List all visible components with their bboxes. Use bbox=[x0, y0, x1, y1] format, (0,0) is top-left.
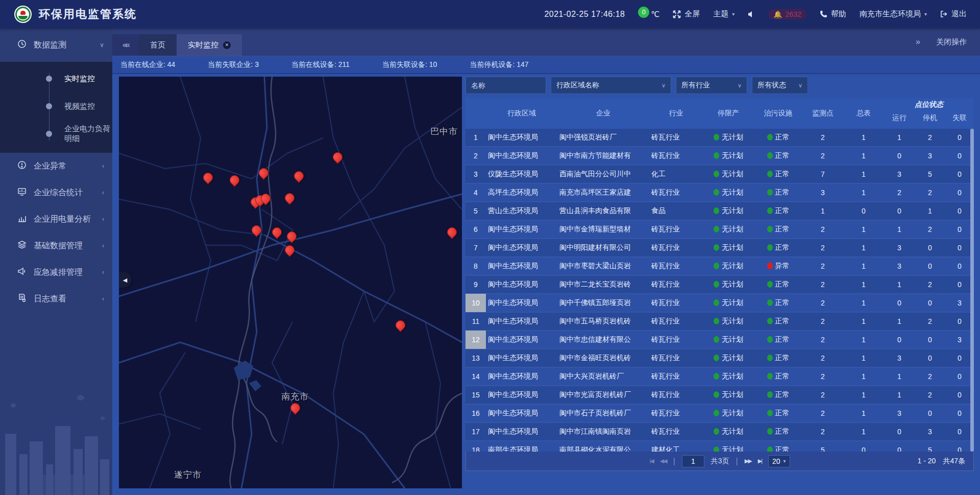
sidebar-subitem[interactable]: 企业电力负荷明细 bbox=[0, 120, 112, 148]
layers-icon bbox=[17, 240, 27, 251]
bar-chart-icon bbox=[17, 214, 27, 225]
tabs-scroll-left-button[interactable]: «« bbox=[112, 34, 139, 56]
status-dot-green bbox=[714, 410, 719, 416]
table-row[interactable]: 4高坪生态环境局南充市高坪区王家店建砖瓦行业无计划正常31220 bbox=[465, 184, 974, 202]
table-row[interactable]: 14阆中生态环境局阆中大兴页岩机砖厂砖瓦行业无计划正常21120 bbox=[465, 368, 974, 386]
table-row[interactable]: 1阆中生态环境局阆中强锐页岩砖厂砖瓦行业无计划正常21120 bbox=[465, 129, 974, 147]
map-panel[interactable]: 巴中市南充市遂宁市 ◀ bbox=[119, 77, 462, 488]
cell-industry: 食品 bbox=[649, 206, 703, 216]
table-row[interactable]: 15阆中生态环境局阆中市光富页岩机砖厂砖瓦行业无计划正常21120 bbox=[465, 386, 974, 405]
status-filter-select[interactable]: 所有状态∨ bbox=[752, 77, 808, 94]
table-row[interactable]: 16阆中生态环境局阆中市石子页岩机砖厂砖瓦行业无计划正常21300 bbox=[465, 405, 974, 423]
sidebar-item-4[interactable]: 基础数据管理‹ bbox=[0, 232, 112, 259]
user-dropdown[interactable]: 南充市生态环境局▾ bbox=[860, 9, 927, 19]
cell-monitor-count: 2 bbox=[802, 152, 843, 160]
table-row[interactable]: 6阆中生态环境局阆中市金博瑞新型墙材砖瓦行业无计划正常21120 bbox=[465, 221, 974, 239]
theme-dropdown[interactable]: 主题▾ bbox=[713, 9, 734, 19]
first-page-button[interactable]: |◀ bbox=[649, 458, 653, 464]
table-row[interactable]: 2阆中生态环境局阆中市南方节能建材有砖瓦行业无计划正常21030 bbox=[465, 147, 974, 166]
mute-button[interactable] bbox=[748, 11, 755, 18]
table-row[interactable]: 12阆中生态环境局阆中市忠信建材有限公砖瓦行业无计划正常21003 bbox=[465, 331, 974, 349]
cell-index: 2 bbox=[465, 147, 486, 165]
prev-page-button[interactable]: ◀◀ bbox=[660, 458, 667, 464]
fullscreen-button[interactable]: 全屏 bbox=[673, 9, 700, 19]
cell-limit-status: 无计划 bbox=[703, 262, 754, 271]
cell-limit-status: 无计划 bbox=[703, 206, 754, 216]
logout-button[interactable]: 退出 bbox=[940, 9, 967, 19]
cell-index: 17 bbox=[465, 422, 486, 441]
cell-industry: 建材化工 bbox=[649, 445, 703, 452]
sidebar-item-0[interactable]: 数据监测∨ bbox=[0, 28, 112, 62]
stats-monitor-icon bbox=[17, 187, 27, 198]
close-icon[interactable]: ✕ bbox=[223, 41, 231, 49]
sidebar-subitem[interactable]: 实时监控 bbox=[0, 65, 112, 92]
tabs-scroll-right-button[interactable]: » bbox=[916, 37, 919, 46]
cell-run-count: 3 bbox=[884, 244, 915, 252]
region-filter-select[interactable]: 行政区域名称∨ bbox=[551, 77, 671, 94]
cell-facility-status: 正常 bbox=[754, 335, 802, 344]
cell-limit-status: 无计划 bbox=[703, 372, 754, 381]
next-page-button[interactable]: ▶▶ bbox=[745, 458, 751, 464]
cell-facility-status: 正常 bbox=[754, 206, 802, 216]
table-row[interactable]: 10阆中生态环境局阆中千佛镇五郎垭页岩砖瓦行业无计划正常21003 bbox=[465, 294, 974, 313]
status-dot-green bbox=[714, 244, 719, 251]
page-size-select[interactable]: 20▾ bbox=[768, 455, 790, 467]
tab-realtime-monitor[interactable]: 实时监控 ✕ bbox=[177, 34, 242, 56]
page-number-input[interactable]: 1 bbox=[682, 455, 704, 467]
chevron-left-icon: ‹ bbox=[102, 269, 104, 276]
status-dot bbox=[767, 446, 773, 452]
status-dot-green bbox=[714, 134, 719, 140]
cell-region: 阆中生态环境局 bbox=[486, 390, 557, 399]
cell-monitor-count: 5 bbox=[802, 446, 843, 452]
logout-icon bbox=[940, 10, 948, 18]
cell-run-count: 1 bbox=[884, 317, 915, 325]
table-row[interactable]: 5营山生态环境局营山县润丰肉食品有限食品无计划正常10010 bbox=[465, 202, 974, 221]
table-row[interactable]: 9阆中生态环境局阆中市二龙长宝页岩砖砖瓦行业无计划正常21120 bbox=[465, 276, 974, 294]
sidebar-item-1[interactable]: 企业异常‹ bbox=[0, 153, 112, 179]
cell-region: 阆中生态环境局 bbox=[486, 298, 557, 308]
cell-company: 阆中市金博瑞新型墙材 bbox=[557, 225, 649, 234]
name-filter-input[interactable] bbox=[465, 77, 546, 94]
divider: | bbox=[673, 457, 675, 466]
cell-region: 阆中生态环境局 bbox=[486, 427, 557, 436]
sidebar-subitem[interactable]: 视频监控 bbox=[0, 92, 112, 120]
total-count-label: 共47条 bbox=[943, 457, 965, 466]
table-header: 行政区域 企业 行业 停限产 治污设施 监测点 总表 点位状态 运行 停机 bbox=[465, 98, 974, 129]
industry-filter-select[interactable]: 所有行业∨ bbox=[676, 77, 747, 94]
cell-industry: 砖瓦行业 bbox=[649, 188, 703, 197]
tab-home[interactable]: 首页 bbox=[139, 34, 177, 56]
table-row[interactable]: 11阆中生态环境局阆中市五马桥页岩机砖砖瓦行业无计划正常21120 bbox=[465, 313, 974, 331]
notification-badge[interactable]: 🔔 2632 bbox=[768, 9, 806, 19]
cell-index: 18 bbox=[465, 441, 486, 452]
map-city-label: 南充市 bbox=[281, 391, 309, 403]
table-row[interactable]: 3仪陇生态环境局西南油气田分公司川中化工无计划正常71350 bbox=[465, 166, 974, 184]
sidebar-item-5[interactable]: 应急减排管理‹ bbox=[0, 259, 112, 286]
cell-limit-status: 无计划 bbox=[703, 133, 754, 142]
cell-facility-status: 正常 bbox=[754, 317, 802, 326]
cell-facility-status: 正常 bbox=[754, 372, 802, 381]
cell-lost-count: 0 bbox=[945, 354, 974, 362]
table-row[interactable]: 7阆中生态环境局阆中明阳建材有限公司砖瓦行业无计划正常21300 bbox=[465, 239, 974, 257]
sidebar-item-3[interactable]: 企业用电量分析‹ bbox=[0, 206, 112, 232]
cell-stop-count: 2 bbox=[915, 317, 945, 325]
sidebar-item-2[interactable]: 企业综合统计‹ bbox=[0, 179, 112, 206]
table-row[interactable]: 8阆中生态环境局阆中市枣碧大梁山页岩砖瓦行业无计划异常21300 bbox=[465, 257, 974, 276]
cell-industry: 砖瓦行业 bbox=[649, 133, 703, 142]
chevron-left-icon: ‹ bbox=[102, 216, 104, 223]
close-operations-button[interactable]: 关闭操作 bbox=[936, 37, 967, 47]
table-row[interactable]: 13阆中生态环境局阆中市金福旺页岩机砖砖瓦行业无计划正常21300 bbox=[465, 349, 974, 368]
sidebar-item-6[interactable]: 日志查看‹ bbox=[0, 286, 112, 312]
table-row[interactable]: 18南部生态环境局南部县砌化水泥有限公建材化工无计划正常50050 bbox=[465, 441, 974, 452]
help-button[interactable]: 帮助 bbox=[820, 9, 846, 19]
table-scrollbar[interactable] bbox=[970, 129, 974, 452]
cell-company: 南部县砌化水泥有限公 bbox=[557, 445, 649, 452]
sidebar-item-label: 应急减排管理 bbox=[34, 267, 83, 278]
last-page-button[interactable]: ▶| bbox=[758, 458, 762, 464]
table-row[interactable]: 17阆中生态环境局阆中市江南镇阆南页岩砖瓦行业无计划正常21030 bbox=[465, 423, 974, 441]
cell-limit-status: 无计划 bbox=[703, 188, 754, 197]
total-pages-label: 共3页 bbox=[711, 457, 729, 466]
cell-industry: 砖瓦行业 bbox=[649, 353, 703, 363]
cell-company: 阆中大兴页岩机砖厂 bbox=[557, 372, 649, 381]
cell-lost-count: 0 bbox=[945, 207, 974, 215]
cell-index: 9 bbox=[465, 275, 486, 294]
